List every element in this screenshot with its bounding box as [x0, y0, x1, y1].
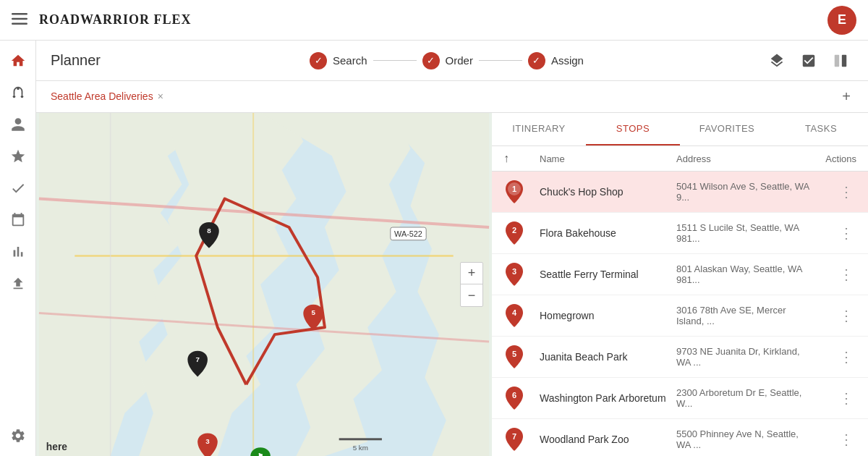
svg-point-3: [12, 96, 15, 98]
table-row[interactable]: 4 Homegrown 3016 78th Ave SE, Mercer Isl…: [492, 295, 868, 337]
svg-text:5: 5: [512, 350, 516, 358]
tab-bar: Seattle Area Deliveries × +: [36, 81, 868, 113]
add-tab-button[interactable]: +: [836, 87, 856, 107]
svg-text:⚑: ⚑: [258, 452, 263, 456]
table-row[interactable]: 5 Juanita Beach Park 9703 NE Juanita Dr,…: [492, 337, 868, 378]
sidebar-item-calendar[interactable]: [4, 206, 33, 235]
stops-table: 1 Chuck's Hop Shop 5041 Wilson Ave S, Se…: [492, 172, 868, 456]
svg-point-5: [20, 96, 23, 98]
tab-favorites[interactable]: FAVORITES: [680, 113, 774, 145]
svg-text:here: here: [46, 441, 67, 452]
svg-rect-0: [12, 13, 27, 15]
main-layout: Planner ✓ Search ✓ Order ✓ Assign: [0, 41, 868, 456]
more-button-5[interactable]: ⋮: [813, 348, 856, 366]
more-button-2[interactable]: ⋮: [813, 224, 856, 242]
step-line-2: [479, 60, 522, 61]
svg-text:8: 8: [207, 227, 211, 235]
table-header: ↑ Name Address Actions: [492, 146, 868, 172]
sidebar-item-contacts[interactable]: [4, 110, 33, 139]
app-title: RoadWarrior Flex: [39, 12, 827, 28]
sidebar-item-upload[interactable]: [4, 269, 33, 298]
top-header: RoadWarrior Flex E: [0, 0, 868, 41]
table-row[interactable]: 1 Chuck's Hop Shop 5041 Wilson Ave S, Se…: [492, 172, 868, 213]
header-actions: [764, 48, 854, 74]
stop-address-7: 5500 Phinney Ave N, Seattle, WA ...: [676, 428, 813, 450]
stop-badge-6: 6: [503, 385, 525, 411]
svg-text:7: 7: [195, 355, 200, 363]
stop-name-5: Juanita Beach Park: [540, 351, 676, 363]
more-button-3[interactable]: ⋮: [813, 266, 856, 283]
stop-badge-2: 2: [503, 220, 525, 246]
sidebar-item-settings[interactable]: [4, 421, 33, 450]
col-actions: Actions: [813, 153, 856, 164]
table-row[interactable]: 6 Washington Park Arboretum 2300 Arboret…: [492, 378, 868, 419]
stop-address-5: 9703 NE Juanita Dr, Kirkland, WA ...: [676, 346, 813, 368]
map-controls: + −: [460, 262, 483, 307]
svg-text:2: 2: [512, 226, 516, 235]
sidebar: [0, 41, 36, 456]
stop-name-1: Chuck's Hop Shop: [540, 186, 676, 198]
more-button-6[interactable]: ⋮: [813, 389, 856, 407]
more-button-4[interactable]: ⋮: [813, 307, 856, 324]
svg-rect-20: [339, 438, 382, 440]
planner-title: Planner: [51, 52, 101, 69]
user-avatar[interactable]: E: [827, 6, 856, 35]
right-panel: ITINERARY STOPS FAVORITES TASKS ↑ Name A…: [492, 113, 868, 456]
step-order-label: Order: [446, 54, 473, 67]
sort-icon[interactable]: ↑: [503, 152, 540, 165]
planner-header: Planner ✓ Search ✓ Order ✓ Assign: [36, 41, 868, 81]
table-row[interactable]: 7 Woodland Park Zoo 5500 Phinney Ave N, …: [492, 419, 868, 456]
col-address: Address: [676, 153, 813, 164]
split-area: 8 7 5 4: [36, 113, 868, 456]
col-name: Name: [540, 153, 676, 164]
layers-button[interactable]: [764, 48, 790, 74]
svg-text:WA-522: WA-522: [394, 229, 422, 238]
sidebar-item-tasks[interactable]: [4, 174, 33, 203]
panel-tabs: ITINERARY STOPS FAVORITES TASKS: [492, 113, 868, 146]
svg-rect-6: [835, 54, 839, 67]
view-button[interactable]: [827, 48, 854, 74]
map-area[interactable]: 8 7 5 4: [36, 113, 492, 456]
sidebar-item-analytics[interactable]: [4, 237, 33, 266]
more-button-1[interactable]: ⋮: [813, 183, 856, 200]
svg-text:3: 3: [205, 437, 210, 445]
route-tab-label: Seattle Area Deliveries: [51, 90, 153, 102]
svg-text:5: 5: [311, 308, 315, 316]
checklist-button[interactable]: [796, 48, 822, 74]
menu-icon[interactable]: [12, 11, 27, 30]
step-search-label: Search: [333, 54, 367, 67]
table-row[interactable]: 2 Flora Bakehouse 1511 S Lucile St, Seat…: [492, 213, 868, 254]
tab-itinerary[interactable]: ITINERARY: [492, 113, 586, 145]
step-order: ✓ Order: [422, 52, 473, 69]
table-row[interactable]: 3 Seattle Ferry Terminal 801 Alaskan Way…: [492, 254, 868, 295]
stop-name-3: Seattle Ferry Terminal: [540, 269, 676, 280]
step-assign: ✓ Assign: [528, 52, 584, 69]
svg-text:1: 1: [512, 185, 516, 193]
step-assign-label: Assign: [551, 54, 584, 67]
step-order-check: ✓: [422, 52, 440, 69]
sidebar-item-home[interactable]: [4, 46, 33, 75]
step-search: ✓ Search: [310, 52, 367, 69]
more-button-7[interactable]: ⋮: [813, 431, 856, 448]
sidebar-item-route[interactable]: [4, 78, 33, 107]
close-tab-button[interactable]: ×: [158, 90, 163, 102]
zoom-in-button[interactable]: +: [461, 263, 482, 284]
step-search-check: ✓: [310, 52, 327, 69]
route-tab-seattle[interactable]: Seattle Area Deliveries ×: [48, 81, 166, 112]
tab-stops[interactable]: STOPS: [586, 113, 680, 145]
svg-text:4: 4: [512, 308, 517, 317]
stop-name-6: Washington Park Arboretum: [540, 392, 676, 404]
sidebar-item-favorites[interactable]: [4, 142, 33, 171]
content-area: Planner ✓ Search ✓ Order ✓ Assign: [36, 41, 868, 456]
stop-address-4: 3016 78th Ave SE, Mercer Island, ...: [676, 305, 813, 326]
tab-tasks[interactable]: TASKS: [774, 113, 868, 145]
svg-text:3: 3: [512, 267, 516, 276]
stop-name-7: Woodland Park Zoo: [540, 434, 676, 445]
steps-bar: ✓ Search ✓ Order ✓ Assign: [129, 52, 764, 69]
svg-text:7: 7: [512, 432, 516, 441]
step-assign-check: ✓: [528, 52, 545, 69]
stop-address-6: 2300 Arboretum Dr E, Seattle, W...: [676, 387, 813, 409]
zoom-out-button[interactable]: −: [461, 284, 482, 306]
stop-badge-1: 1: [503, 179, 525, 205]
stop-name-2: Flora Bakehouse: [540, 227, 676, 239]
